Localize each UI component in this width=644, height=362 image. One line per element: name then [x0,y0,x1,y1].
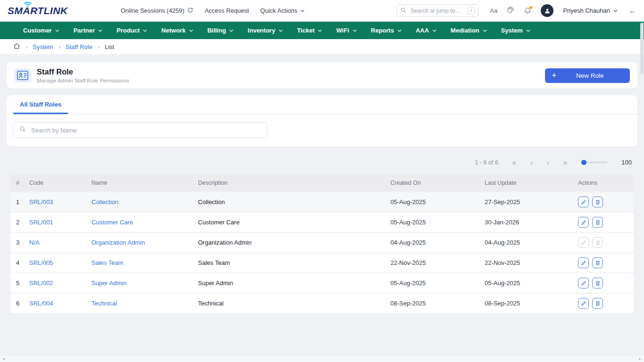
nav-item-billing[interactable]: Billing [200,22,241,39]
top-header: SMARTLINK Online Sessions (4259) Access … [0,0,644,22]
home-icon[interactable] [13,42,20,51]
header-code: Code [29,180,91,186]
row-created-on: 05-Aug-2025 [390,219,485,226]
row-name-link[interactable]: Organization Admin [91,239,198,246]
refresh-icon[interactable] [187,7,193,15]
scrollbar-thumb[interactable] [640,23,644,74]
nav-item-reports[interactable]: Reports [364,22,409,39]
row-code-link[interactable]: SRL/004 [29,300,91,307]
edit-button[interactable] [578,217,589,228]
chevron-down-icon [229,29,233,32]
page-subtitle: Manage Admin Staff Role Permissions [37,78,129,83]
smartlink-logo[interactable]: SMARTLINK [8,5,91,16]
delete-button[interactable] [592,298,603,309]
row-description: Technical [198,300,390,307]
nav-item-customer[interactable]: Customer [16,22,66,39]
header-right-cluster: Aa Priyesh Chauhan ← [490,4,636,17]
row-name-link[interactable]: Super Admin [91,280,198,287]
name-search-input[interactable] [30,126,262,134]
next-page-icon[interactable]: › [547,159,549,166]
delete-button[interactable] [592,278,603,288]
page-size-slider[interactable] [581,160,607,165]
name-search-box[interactable] [13,122,268,138]
nav-item-product[interactable]: Product [109,22,154,39]
header-name: Name [91,180,198,186]
nav-item-label: Ticket [297,27,314,34]
logo-text: SMARTLINK [8,5,68,16]
new-role-button[interactable]: + New Role [545,68,630,83]
table-header-row: # Code Name Description Created On Last … [10,174,634,191]
vertical-scrollbar[interactable] [640,23,644,354]
nav-item-label: Reports [371,27,394,34]
row-name-link[interactable]: Technical [91,300,198,307]
breadcrumb-item-staff-role[interactable]: Staff Role [66,43,92,50]
row-name-link[interactable]: Sales Team [91,259,198,266]
nav-item-mediation[interactable]: Mediation [444,22,494,39]
chevron-down-icon [318,29,322,32]
row-name-link[interactable]: Collection [91,198,198,206]
theme-palette-icon[interactable] [507,6,514,16]
nav-item-inventory[interactable]: Inventory [240,22,290,39]
notification-badge [529,6,533,9]
row-name-link[interactable]: Customer Care [91,219,198,226]
online-sessions[interactable]: Online Sessions (4259) [121,7,193,15]
delete-button[interactable] [592,257,603,268]
row-code-link[interactable]: SRL/005 [29,259,91,266]
notifications-bell-icon[interactable] [524,7,531,15]
nav-item-label: Partner [74,27,95,34]
edit-button[interactable] [578,278,589,288]
breadcrumb-item-system[interactable]: System [33,43,53,50]
table-row: 4 SRL/005 Sales Team Sales Team 22-Nov-2… [10,253,634,272]
quick-actions[interactable]: Quick Actions [260,7,305,14]
nav-item-aaa[interactable]: AAA [409,22,444,39]
table-row: 6 SRL/004 Technical Technical 08-Sep-202… [10,294,634,313]
tab-all-staff-roles[interactable]: All Staff Roles [13,95,68,114]
previous-page-icon[interactable]: ‹ [530,159,533,166]
delete-button[interactable] [592,217,603,228]
access-request[interactable]: Access Request [205,7,249,14]
nav-item-wifi[interactable]: WiFi [329,22,363,39]
breadcrumb-separator-icon: › [25,43,27,50]
chevron-down-icon [300,9,305,12]
pagination-bar: 1 - 6 of 6 « ‹ › » 100 [12,159,632,166]
row-code-link[interactable]: SRL/002 [29,280,91,287]
row-code-link[interactable]: SRL/003 [29,198,91,206]
edit-button[interactable] [578,197,589,207]
user-avatar[interactable] [541,4,553,17]
scroll-right-arrow-icon[interactable]: ► [638,357,642,361]
slider-handle[interactable] [581,160,586,165]
page-size-value: 100 [621,159,632,166]
edit-button[interactable] [578,257,589,268]
first-page-icon[interactable]: « [512,159,516,166]
row-code-link[interactable]: SRL/001 [29,219,91,226]
row-last-update: 22-Nov-2025 [485,259,578,266]
nav-item-partner[interactable]: Partner [66,22,110,39]
row-code-link[interactable]: N/A [29,239,91,246]
text-size-toggle[interactable]: Aa [490,7,497,14]
back-arrow-icon[interactable]: ← [629,7,636,15]
delete-button[interactable] [592,197,603,207]
new-role-label: New Role [557,72,623,79]
main-content: Staff Role Manage Admin Staff Role Permi… [0,55,644,313]
horizontal-scrollbar[interactable]: ◄ ► [0,356,644,362]
scroll-left-arrow-icon[interactable]: ◄ [2,357,6,361]
row-num: 5 [10,280,29,287]
staff-role-icon [14,68,31,82]
global-search-input[interactable] [409,7,465,15]
last-page-icon[interactable]: » [563,159,567,166]
nav-item-system[interactable]: System [494,22,537,39]
row-created-on: 22-Nov-2025 [390,259,485,266]
nav-item-label: Billing [207,27,226,34]
global-search[interactable]: / [396,4,479,17]
search-icon [19,126,26,134]
chevron-down-icon [353,29,357,32]
nav-item-network[interactable]: Network [154,22,200,39]
user-name-label: Priyesh Chauhan [563,7,610,14]
user-menu[interactable]: Priyesh Chauhan [563,7,618,14]
nav-item-label: WiFi [336,27,349,34]
breadcrumb-separator-icon: › [98,43,99,50]
chevron-down-icon [397,29,402,32]
table-row: 3 N/A Organization Admin Organization Ad… [10,233,634,252]
nav-item-ticket[interactable]: Ticket [290,22,329,39]
edit-button[interactable] [578,298,589,309]
